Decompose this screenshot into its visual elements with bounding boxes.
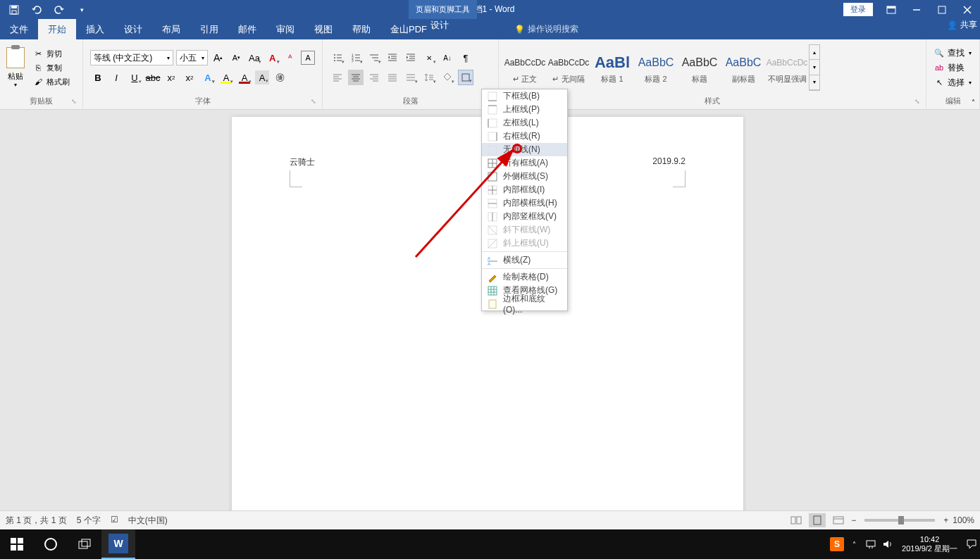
multilevel-list-button[interactable]: [366, 50, 382, 65]
view-web-layout-button[interactable]: [830, 513, 847, 527]
replace-button[interactable]: ab替换: [932, 61, 973, 75]
border-menu-none[interactable]: 无框线(N): [482, 143, 567, 156]
border-menu-inside[interactable]: 内部框线(I): [482, 183, 567, 196]
distribute-button[interactable]: [403, 70, 418, 85]
style-item-1[interactable]: AaBbCcDc↵ 无间隔: [547, 44, 590, 91]
view-print-layout-button[interactable]: [809, 513, 826, 527]
ribbon-display-options-button[interactable]: [879, 0, 904, 19]
style-item-2[interactable]: AaBl标题 1: [590, 44, 634, 91]
tab-file[interactable]: 文件: [0, 19, 38, 39]
save-button[interactable]: [6, 1, 23, 18]
bullets-button[interactable]: [330, 50, 345, 65]
style-item-0[interactable]: AaBbCcDc↵ 正文: [503, 44, 547, 91]
cortana-button[interactable]: [34, 529, 68, 559]
find-button[interactable]: 🔍查找▾: [932, 46, 973, 60]
subscript-button[interactable]: x2: [163, 70, 179, 85]
tray-volume-icon[interactable]: [879, 529, 896, 559]
font-launcher[interactable]: ⤡: [309, 98, 318, 106]
underline-button[interactable]: U: [127, 70, 142, 85]
zoom-level[interactable]: 100%: [953, 515, 974, 525]
styles-launcher[interactable]: ⤡: [913, 98, 922, 106]
shrink-font-button[interactable]: A▾: [229, 50, 244, 65]
superscript-button[interactable]: x2: [182, 70, 197, 85]
highlight-button[interactable]: A: [218, 70, 234, 85]
borders-button[interactable]: [458, 70, 473, 85]
align-right-button[interactable]: [366, 70, 382, 85]
tab-design[interactable]: 设计: [114, 19, 152, 39]
style-item-6[interactable]: AaBbCcDc不明显强调: [765, 44, 809, 91]
tab-context-design[interactable]: 设计: [409, 19, 470, 32]
line-spacing-button[interactable]: [421, 70, 437, 85]
status-proofing[interactable]: ☑: [111, 515, 118, 527]
tab-references[interactable]: 引用: [190, 19, 228, 39]
border-menu-hline[interactable]: AA横线(Z): [482, 253, 567, 267]
minimize-button[interactable]: [904, 0, 929, 19]
border-menu-top[interactable]: 上框线(P): [482, 103, 567, 116]
grow-font-button[interactable]: A▴: [211, 50, 226, 65]
zoom-out-button[interactable]: −: [851, 515, 856, 525]
enclose-characters-button[interactable]: ㊝: [272, 70, 287, 85]
border-menu-outside[interactable]: 外侧框线(S): [482, 170, 567, 183]
border-menu-left[interactable]: 左框线(L): [482, 116, 567, 130]
decrease-indent-button[interactable]: [385, 50, 400, 65]
tab-home[interactable]: 开始: [38, 19, 76, 39]
phonetic-guide-button[interactable]: A: [265, 50, 280, 65]
style-item-5[interactable]: AaBbC副标题: [721, 44, 765, 91]
border-menu-draw[interactable]: 绘制表格(D): [482, 270, 567, 284]
paste-button[interactable]: 粘贴 ▾: [3, 43, 28, 92]
character-shading-button[interactable]: A: [255, 70, 269, 84]
font-color-button[interactable]: A: [237, 70, 252, 85]
style-item-4[interactable]: AaBbC标题: [678, 44, 721, 91]
asian-layout-button[interactable]: ✕: [421, 50, 437, 65]
tab-layout[interactable]: 布局: [152, 19, 190, 39]
tab-mailings[interactable]: 邮件: [228, 19, 266, 39]
styles-expand[interactable]: ▾: [810, 75, 819, 90]
change-case-button[interactable]: Aa: [247, 50, 262, 65]
border-menu-all[interactable]: 所有框线(A): [482, 156, 567, 170]
styles-scroll-down[interactable]: ▾: [810, 60, 819, 75]
task-view-button[interactable]: [68, 529, 101, 559]
tray-network-icon[interactable]: [862, 529, 879, 559]
tab-help[interactable]: 帮助: [342, 19, 380, 39]
border-menu-bottom[interactable]: 下框线(B): [482, 89, 567, 103]
numbering-button[interactable]: 123: [348, 50, 364, 65]
view-read-mode-button[interactable]: [788, 513, 805, 527]
select-button[interactable]: ↖选择▾: [932, 76, 973, 89]
increase-indent-button[interactable]: [403, 50, 418, 65]
font-size-combo[interactable]: 小五▾: [176, 50, 207, 65]
justify-button[interactable]: [385, 70, 400, 85]
text-effects-button[interactable]: A: [200, 70, 216, 85]
format-painter-button[interactable]: 🖌格式刷: [30, 75, 73, 88]
align-left-button[interactable]: [330, 70, 345, 85]
maximize-button[interactable]: [929, 0, 955, 19]
copy-button[interactable]: ⎘复制: [30, 61, 73, 74]
zoom-in-button[interactable]: +: [943, 515, 948, 525]
show-marks-button[interactable]: ¶: [458, 50, 473, 65]
tray-sogou-ime[interactable]: S: [829, 529, 845, 559]
tab-review[interactable]: 审阅: [266, 19, 304, 39]
close-button[interactable]: [955, 0, 980, 19]
tab-insert[interactable]: 插入: [76, 19, 114, 39]
status-page[interactable]: 第 1 页，共 1 页: [6, 515, 67, 527]
border-menu-dialog[interactable]: 边框和底纹(O)...: [482, 297, 567, 310]
cut-button[interactable]: ✂剪切: [30, 47, 73, 60]
zoom-slider[interactable]: [864, 519, 935, 522]
collapse-ribbon-button[interactable]: ˄: [967, 96, 979, 108]
qat-customize-button[interactable]: ▾: [73, 1, 90, 18]
align-center-button[interactable]: [348, 70, 364, 85]
clear-formatting-button[interactable]: ᴬ: [283, 50, 299, 65]
strikethrough-button[interactable]: abc: [145, 70, 161, 85]
shading-button[interactable]: [440, 70, 455, 85]
clipboard-launcher[interactable]: ⤡: [70, 98, 78, 106]
border-menu-inside-v[interactable]: 内部竖框线(V): [482, 210, 567, 223]
start-button[interactable]: [0, 529, 34, 559]
italic-button[interactable]: I: [108, 70, 124, 85]
character-border-button[interactable]: A: [301, 51, 315, 65]
redo-button[interactable]: [51, 1, 68, 18]
sort-button[interactable]: A↓: [440, 50, 455, 65]
status-language[interactable]: 中文(中国): [128, 515, 168, 527]
share-button[interactable]: 👤 共享: [947, 19, 977, 31]
styles-scroll-up[interactable]: ▴: [810, 45, 819, 60]
bold-button[interactable]: B: [90, 70, 106, 85]
tab-view[interactable]: 视图: [304, 19, 342, 39]
